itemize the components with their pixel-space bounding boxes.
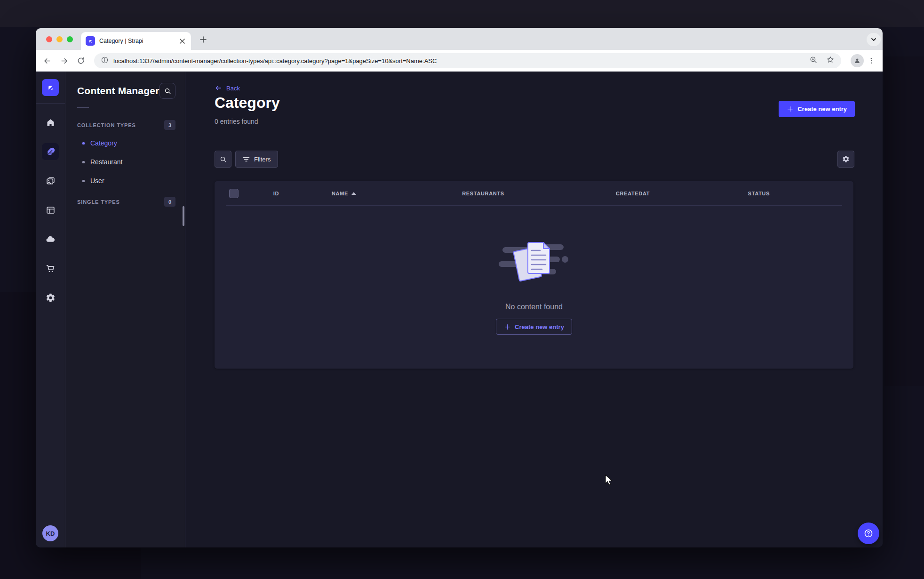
browser-menu-icon[interactable] bbox=[866, 55, 877, 66]
urlbar-actions bbox=[809, 56, 835, 66]
browser-window: Category | Strapi localhost:1337/admin/c… bbox=[36, 28, 883, 547]
window-controls bbox=[46, 36, 73, 42]
page-title: Category bbox=[215, 94, 280, 112]
back-link[interactable]: Back bbox=[215, 84, 240, 92]
reload-icon[interactable] bbox=[75, 55, 87, 66]
content-manager-subnav: Content Manager COLLECTION TYPES 3 Categ… bbox=[65, 72, 185, 547]
desktop-background-block bbox=[884, 56, 924, 386]
column-header-name[interactable]: NAME bbox=[332, 191, 356, 196]
browser-toolbar: localhost:1337/admin/content-manager/col… bbox=[36, 50, 883, 72]
deploy-cloud-icon[interactable] bbox=[42, 231, 59, 248]
table-search-button[interactable] bbox=[215, 151, 231, 168]
collection-types-label: COLLECTION TYPES bbox=[77, 122, 136, 128]
home-icon[interactable] bbox=[42, 114, 59, 131]
filter-icon bbox=[243, 156, 250, 162]
back-icon[interactable] bbox=[41, 55, 53, 66]
minimize-window-button[interactable] bbox=[56, 36, 63, 42]
column-header-id[interactable]: ID bbox=[273, 191, 279, 196]
back-arrow-icon bbox=[215, 84, 222, 92]
settings-gear-icon[interactable] bbox=[42, 289, 59, 306]
avatar-initials: KD bbox=[46, 530, 55, 537]
subnav-scrollbar[interactable] bbox=[183, 206, 184, 226]
empty-state-message: No content found bbox=[505, 303, 563, 311]
bullet-icon bbox=[82, 142, 85, 145]
site-info-icon[interactable] bbox=[101, 56, 109, 66]
help-button[interactable] bbox=[858, 523, 879, 544]
content-manager-feather-icon[interactable] bbox=[42, 143, 59, 160]
main-nav-rail: KD bbox=[36, 72, 65, 547]
sort-ascending-icon bbox=[351, 192, 356, 195]
main-content: Back Category 0 entries found Create new… bbox=[185, 72, 883, 547]
search-icon bbox=[220, 156, 227, 163]
single-types-label: SINGLE TYPES bbox=[77, 199, 120, 205]
subnav-title: Content Manager bbox=[77, 85, 159, 96]
subnav-item-user[interactable]: User bbox=[65, 171, 185, 190]
rail-divider bbox=[36, 103, 65, 104]
tab-title: Category | Strapi bbox=[99, 38, 178, 44]
zoom-level-icon[interactable] bbox=[809, 56, 818, 66]
column-header-status[interactable]: STATUS bbox=[748, 191, 770, 196]
table-settings-button[interactable] bbox=[837, 151, 854, 168]
select-all-checkbox[interactable] bbox=[229, 189, 239, 198]
strapi-favicon-icon bbox=[86, 36, 95, 46]
empty-create-new-entry-button[interactable]: Create new entry bbox=[496, 319, 572, 335]
bullet-icon bbox=[82, 161, 85, 163]
filters-button[interactable]: Filters bbox=[235, 151, 278, 168]
browser-tab-strip: Category | Strapi bbox=[36, 28, 883, 50]
browser-profile-avatar[interactable] bbox=[851, 54, 864, 67]
subnav-search-button[interactable] bbox=[159, 83, 175, 99]
entries-table-card: ID NAME RESTAURANTS CREATEDAT STATUS bbox=[215, 181, 853, 369]
plus-icon bbox=[787, 105, 794, 113]
marketplace-cart-icon[interactable] bbox=[42, 260, 59, 277]
bookmark-star-icon[interactable] bbox=[826, 56, 835, 66]
plus-icon bbox=[504, 323, 511, 330]
column-header-createdat[interactable]: CREATEDAT bbox=[616, 191, 650, 196]
single-types-count-badge: 0 bbox=[164, 197, 175, 207]
empty-state: No content found Create new entry bbox=[215, 206, 853, 369]
forward-icon[interactable] bbox=[58, 55, 70, 66]
create-new-entry-button[interactable]: Create new entry bbox=[779, 101, 855, 117]
bullet-icon bbox=[82, 180, 85, 182]
table-header-row: ID NAME RESTAURANTS CREATEDAT STATUS bbox=[215, 181, 853, 206]
collection-types-count-badge: 3 bbox=[164, 120, 175, 130]
tab-close-icon[interactable] bbox=[178, 37, 186, 45]
subnav-item-category[interactable]: Category bbox=[65, 134, 185, 153]
empty-documents-illustration bbox=[499, 237, 569, 290]
content-type-builder-icon[interactable] bbox=[42, 201, 59, 218]
url-bar[interactable]: localhost:1337/admin/content-manager/col… bbox=[94, 53, 841, 68]
column-header-restaurants[interactable]: RESTAURANTS bbox=[462, 191, 504, 196]
tab-search-chevron-icon[interactable] bbox=[867, 33, 881, 46]
strapi-logo-icon[interactable] bbox=[42, 79, 59, 96]
user-avatar[interactable]: KD bbox=[42, 525, 58, 541]
close-window-button[interactable] bbox=[46, 36, 52, 42]
desktop-background-band bbox=[0, 0, 924, 27]
browser-tab[interactable]: Category | Strapi bbox=[81, 32, 191, 50]
zoom-window-button[interactable] bbox=[67, 36, 73, 42]
subnav-item-restaurant[interactable]: Restaurant bbox=[65, 153, 185, 171]
entries-count: 0 entries found bbox=[215, 118, 258, 125]
gear-icon bbox=[842, 155, 850, 163]
url-text: localhost:1337/admin/content-manager/col… bbox=[113, 57, 804, 64]
new-tab-button[interactable] bbox=[199, 35, 208, 44]
strapi-app: KD Content Manager COLLECTION TYPES 3 Ca… bbox=[36, 72, 883, 547]
media-library-icon[interactable] bbox=[42, 172, 59, 189]
question-mark-icon bbox=[863, 528, 874, 539]
